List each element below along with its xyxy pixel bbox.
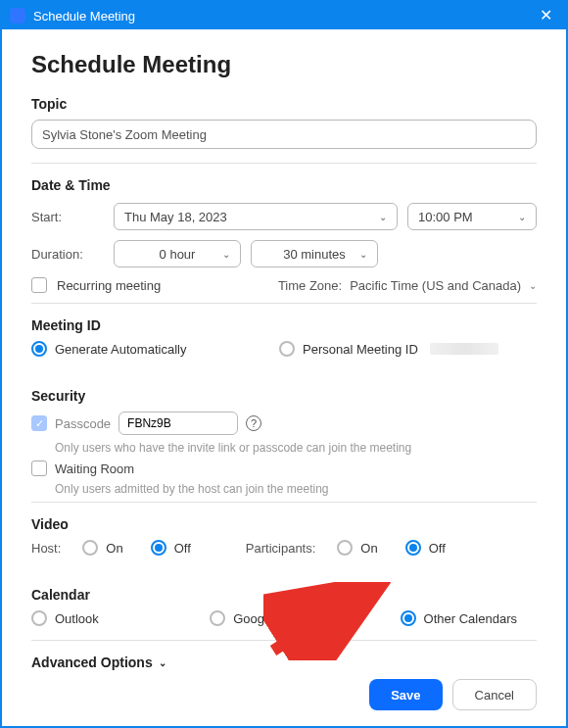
calendar-other-label: Other Calendars <box>424 611 517 626</box>
passcode-checkbox[interactable] <box>31 415 47 431</box>
waiting-room-hint: Only users admitted by the host can join… <box>55 482 537 496</box>
chevron-down-icon: ⌄ <box>518 212 526 222</box>
advanced-options-label: Advanced Options <box>31 655 153 670</box>
host-off-radio[interactable] <box>151 540 166 556</box>
chevron-down-icon: ⌄ <box>359 249 367 260</box>
timezone-select[interactable]: Time Zone: Pacific Time (US and Canada) … <box>278 278 537 293</box>
passcode-hint: Only users who have the invite link or p… <box>55 441 537 455</box>
topic-input[interactable] <box>31 120 537 149</box>
datetime-header: Date & Time <box>31 177 537 193</box>
calendar-outlook-label: Outlook <box>55 611 99 626</box>
duration-label: Duration: <box>31 247 104 262</box>
titlebar: Schedule Meeting ✕ <box>2 2 566 29</box>
cancel-button[interactable]: Cancel <box>452 679 537 710</box>
start-date-select[interactable]: Thu May 18, 2023 ⌄ <box>114 203 398 230</box>
save-button[interactable]: Save <box>369 679 442 710</box>
participants-on-label: On <box>360 541 377 556</box>
calendar-header: Calendar <box>31 587 537 603</box>
participants-label: Participants: <box>246 541 316 556</box>
window-title: Schedule Meeting <box>33 9 135 24</box>
advanced-options-toggle[interactable]: Advanced Options ⌄ <box>31 655 537 670</box>
passcode-input[interactable] <box>118 412 238 435</box>
personal-meeting-id-radio[interactable] <box>279 341 295 357</box>
timezone-prefix: Time Zone: <box>278 278 342 293</box>
duration-minutes-select[interactable]: 30 minutes ⌄ <box>251 240 378 267</box>
start-label: Start: <box>31 210 104 224</box>
participants-off-label: Off <box>429 541 446 556</box>
recurring-checkbox[interactable] <box>31 277 47 293</box>
personal-meeting-id-value <box>430 343 498 355</box>
timezone-value: Pacific Time (US and Canada) <box>350 278 521 293</box>
generate-auto-label: Generate Automatically <box>55 342 186 357</box>
page-title: Schedule Meeting <box>31 51 537 78</box>
start-date-value: Thu May 18, 2023 <box>124 210 227 224</box>
chevron-down-icon: ⌄ <box>529 280 537 291</box>
meeting-id-header: Meeting ID <box>31 317 537 333</box>
host-off-label: Off <box>174 541 191 556</box>
passcode-label: Passcode <box>55 416 111 431</box>
calendar-other-radio[interactable] <box>401 610 416 626</box>
close-icon[interactable]: ✕ <box>534 6 558 25</box>
waiting-room-label: Waiting Room <box>55 461 134 476</box>
duration-hours-select[interactable]: 0 hour ⌄ <box>114 240 241 267</box>
help-icon[interactable]: ? <box>246 415 261 431</box>
chevron-down-icon: ⌄ <box>222 249 230 260</box>
topic-header: Topic <box>31 96 537 112</box>
video-header: Video <box>31 516 537 532</box>
duration-minutes-value: 30 minutes <box>283 247 346 262</box>
host-on-label: On <box>106 541 122 556</box>
host-on-radio[interactable] <box>82 540 98 556</box>
calendar-google-label: Google Calendar <box>233 611 329 626</box>
security-header: Security <box>31 388 537 404</box>
schedule-meeting-window: Schedule Meeting ✕ Schedule Meeting Topi… <box>0 0 568 728</box>
chevron-down-icon: ⌄ <box>379 212 387 222</box>
start-time-value: 10:00 PM <box>418 210 473 224</box>
duration-hours-value: 0 hour <box>160 247 196 262</box>
waiting-room-checkbox[interactable] <box>31 461 47 476</box>
calendar-outlook-radio[interactable] <box>31 610 47 626</box>
calendar-google-radio[interactable] <box>210 610 225 626</box>
personal-meeting-id-label: Personal Meeting ID <box>303 342 418 357</box>
recurring-label: Recurring meeting <box>57 278 161 293</box>
zoom-app-icon <box>10 8 25 24</box>
chevron-down-icon: ⌄ <box>159 657 166 668</box>
start-time-select[interactable]: 10:00 PM ⌄ <box>407 203 537 230</box>
host-label: Host: <box>31 541 61 556</box>
generate-auto-radio[interactable] <box>31 341 47 357</box>
participants-off-radio[interactable] <box>405 540 421 556</box>
participants-on-radio[interactable] <box>337 540 353 556</box>
